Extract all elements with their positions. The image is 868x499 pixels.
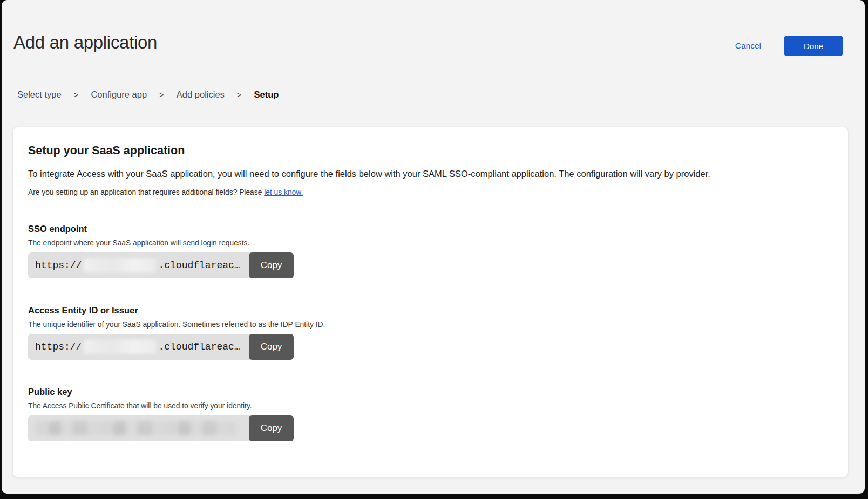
card-note-text: Are you setting up an application that r… [28,188,262,196]
breadcrumb-separator: > [237,90,242,99]
done-button[interactable]: Done [784,36,843,56]
cancel-button[interactable]: Cancel [735,41,761,51]
breadcrumb-separator: > [159,90,164,99]
field-label: Public key [28,387,831,397]
app-window: Add an application Cancel Done Select ty… [2,0,865,494]
field-sso-endpoint: SSO endpoint The endpoint where your Saa… [28,224,831,278]
card-note: Are you setting up an application that r… [28,188,831,196]
access-entity-id-value: https:// .cloudflareac… [28,334,252,360]
card-heading: Setup your SaaS application [28,144,831,158]
breadcrumb-step-configure-app[interactable]: Configure app [91,90,147,100]
value-suffix: .cloudflareac… [158,260,240,271]
field-public-key: Public key The Access Public Certificate… [28,387,831,441]
field-description: The unique identifier of your SaaS appli… [28,320,831,329]
page-header: Add an application Cancel Done [2,0,865,56]
public-key-value-row: Copy [28,415,294,441]
field-access-entity-id: Access Entity ID or Issuer The unique id… [28,305,831,360]
sso-endpoint-value-row: https:// .cloudflareac… Copy [28,252,294,278]
header-actions: Cancel Done [735,36,843,56]
redacted-value-full [35,421,236,435]
public-key-value [28,415,252,441]
redacted-value-segment [83,340,157,354]
breadcrumb-step-setup: Setup [254,90,279,100]
page-title: Add an application [13,32,157,53]
breadcrumb-separator: > [74,90,79,99]
redacted-value-segment [83,258,157,272]
sso-endpoint-value: https:// .cloudflareac… [28,252,252,278]
field-description: The endpoint where your SaaS application… [28,239,831,247]
field-label: SSO endpoint [28,224,831,234]
setup-card: Setup your SaaS application To integrate… [12,127,849,477]
breadcrumb: Select type > Configure app > Add polici… [17,90,865,100]
copy-button[interactable]: Copy [249,252,294,278]
breadcrumb-step-select-type[interactable]: Select type [17,90,62,100]
value-prefix: https:// [35,260,82,271]
copy-button[interactable]: Copy [249,415,294,441]
value-prefix: https:// [35,341,82,352]
field-description: The Access Public Certificate that will … [28,402,831,410]
field-label: Access Entity ID or Issuer [28,305,831,316]
breadcrumb-step-add-policies[interactable]: Add policies [177,90,225,100]
card-intro: To integrate Access with your SaaS appli… [28,168,831,180]
value-suffix: .cloudflareac… [158,341,240,352]
copy-button[interactable]: Copy [249,334,294,360]
access-entity-id-value-row: https:// .cloudflareac… Copy [28,334,294,360]
let-us-know-link[interactable]: let us know. [264,188,303,196]
